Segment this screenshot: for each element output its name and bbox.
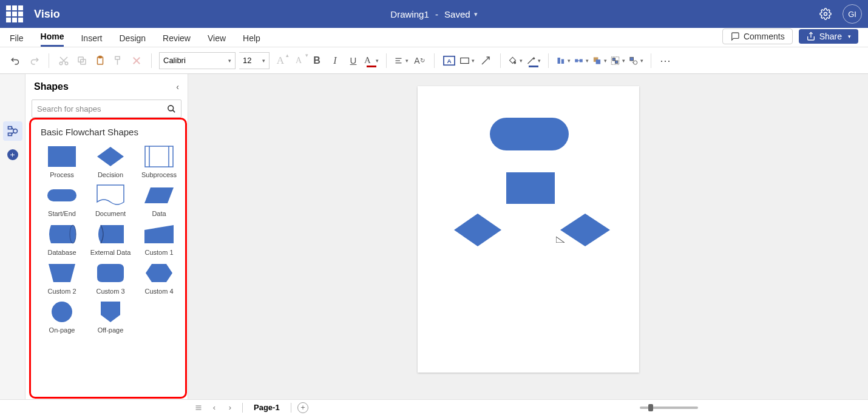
shape-style-button[interactable]: ▾	[460, 53, 475, 68]
shape-process[interactable]: Process	[38, 146, 86, 178]
next-page-button[interactable]: ›	[224, 402, 236, 414]
menu-bar: File Home Insert Design Review View Help…	[0, 28, 868, 47]
svg-rect-31	[8, 127, 12, 129]
svg-rect-19	[558, 58, 560, 64]
shape-custom4[interactable]: Custom 4	[135, 262, 183, 295]
svg-rect-38	[48, 146, 76, 167]
tab-file[interactable]: File	[10, 33, 24, 47]
svg-rect-28	[615, 61, 618, 63]
underline-button[interactable]: U	[346, 53, 361, 68]
canvas-shape-decision-left[interactable]	[454, 214, 501, 246]
tab-help[interactable]: Help	[243, 33, 260, 47]
line-color-button[interactable]: ▾	[526, 53, 541, 68]
paste-button[interactable]	[93, 53, 107, 68]
decrease-font-button[interactable]: A▾	[291, 53, 306, 68]
copy-button[interactable]	[75, 53, 89, 68]
svg-rect-9	[99, 56, 102, 58]
chevron-down-icon[interactable]: ▾	[474, 10, 478, 18]
svg-rect-43	[47, 189, 76, 201]
shape-document[interactable]: Document	[87, 184, 134, 217]
delete-button[interactable]	[129, 53, 144, 68]
prev-page-button[interactable]: ‹	[208, 402, 220, 414]
position-button[interactable]: ▾	[574, 53, 589, 68]
connector-button[interactable]	[478, 53, 493, 68]
svg-marker-51	[454, 214, 501, 246]
all-pages-button[interactable]	[192, 402, 205, 414]
comment-icon	[730, 32, 740, 41]
svg-point-0	[824, 13, 827, 16]
tab-home[interactable]: Home	[41, 32, 64, 47]
search-placeholder: Search for shapes	[37, 104, 101, 113]
chevron-down-icon: ▾	[262, 58, 265, 64]
group-button[interactable]: ▾	[611, 53, 625, 68]
align-shapes-button[interactable]: ▾	[556, 53, 571, 68]
text-rotate-button[interactable]: A↻	[412, 53, 427, 68]
bring-front-button[interactable]: ▾	[592, 53, 607, 68]
drawing-page[interactable]	[418, 86, 639, 373]
svg-marker-50	[101, 302, 120, 322]
redo-button[interactable]	[27, 53, 41, 68]
shape-custom2[interactable]: Custom 2	[38, 262, 86, 295]
shape-data[interactable]: Data	[135, 184, 183, 217]
avatar[interactable]: GI	[843, 4, 862, 24]
highlighted-stencil-region: Basic Flowchart Shapes Process Decision …	[29, 118, 187, 399]
canvas[interactable]	[188, 74, 868, 399]
bold-button[interactable]: B	[310, 53, 324, 68]
collapse-panel-button[interactable]: ‹	[176, 82, 179, 92]
add-page-button[interactable]: ＋	[297, 402, 308, 413]
tab-insert[interactable]: Insert	[81, 33, 102, 47]
svg-marker-39	[97, 147, 124, 166]
svg-rect-22	[580, 59, 582, 62]
svg-text:A: A	[447, 57, 451, 64]
fill-color-button[interactable]: ▾	[508, 53, 523, 68]
settings-icon[interactable]	[819, 8, 832, 20]
shape-startend[interactable]: Start/End	[38, 184, 86, 217]
shape-externaldata[interactable]: External Data	[87, 223, 134, 256]
shape-onpage[interactable]: On-page	[38, 301, 86, 334]
canvas-shape-startend[interactable]	[490, 118, 569, 150]
page-tab-1[interactable]: Page-1	[249, 403, 285, 412]
svg-rect-29	[630, 57, 634, 61]
italic-button[interactable]: I	[328, 53, 342, 68]
shape-custom3[interactable]: Custom 3	[87, 262, 134, 295]
ribbon-toolbar: Calibri▾ 12▾ A▴ A▾ B I U A▾ ▾ A↻ A ▾ ▾ ▾…	[0, 47, 868, 74]
more-button[interactable]: ⋯	[659, 53, 673, 68]
zoom-slider[interactable]	[640, 407, 698, 409]
tab-view[interactable]: View	[208, 33, 226, 47]
svg-point-49	[52, 302, 72, 322]
search-input[interactable]: Search for shapes	[32, 100, 181, 118]
shape-subprocess[interactable]: Subprocess	[135, 146, 183, 178]
format-painter-button[interactable]	[111, 53, 126, 68]
tab-review[interactable]: Review	[163, 33, 191, 47]
font-size-selector[interactable]: 12▾	[239, 52, 270, 69]
align-button[interactable]: ▾	[394, 53, 409, 68]
search-icon[interactable]	[167, 104, 176, 113]
svg-rect-27	[612, 58, 615, 60]
increase-font-button[interactable]: A▴	[273, 53, 288, 68]
shape-decision[interactable]: Decision	[87, 146, 134, 178]
font-name-selector[interactable]: Calibri▾	[159, 52, 236, 69]
svg-rect-17	[461, 58, 469, 63]
chevron-down-icon: ▾	[848, 33, 851, 39]
undo-button[interactable]	[8, 53, 23, 68]
shape-offpage[interactable]: Off-page	[87, 301, 134, 334]
change-shape-button[interactable]: ▾	[629, 53, 643, 68]
stencils-rail-button[interactable]	[3, 121, 22, 141]
comments-button[interactable]: Comments	[722, 29, 793, 44]
canvas-shape-process[interactable]	[506, 172, 555, 204]
text-block-button[interactable]: A	[442, 53, 456, 68]
chevron-down-icon: ▾	[228, 58, 231, 64]
shape-database[interactable]: Database	[38, 223, 86, 256]
svg-line-35	[12, 132, 13, 134]
share-button[interactable]: Share ▾	[799, 29, 858, 44]
document-title[interactable]: Drawing1 - Saved ▾	[390, 9, 477, 19]
tab-design[interactable]: Design	[119, 33, 146, 47]
app-launcher-icon[interactable]	[6, 5, 23, 22]
shape-custom1[interactable]: Custom 1	[135, 223, 183, 256]
svg-rect-20	[561, 59, 564, 64]
svg-marker-53	[556, 237, 565, 243]
cut-button[interactable]	[56, 53, 71, 68]
font-color-button[interactable]: A▾	[364, 53, 379, 68]
canvas-shape-decision-right[interactable]	[560, 214, 610, 246]
add-stencil-button[interactable]: ＋	[7, 149, 18, 160]
